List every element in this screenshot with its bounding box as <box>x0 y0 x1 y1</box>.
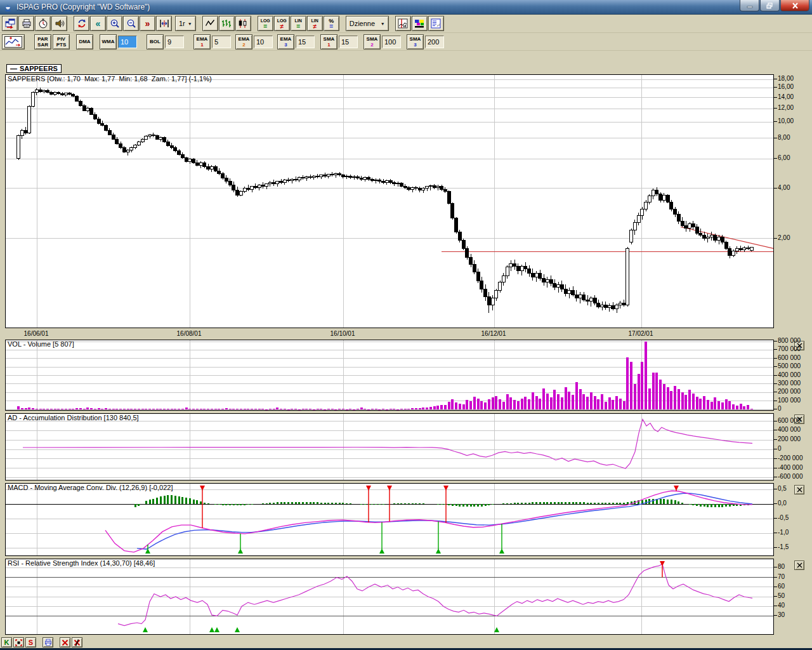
region-select-button[interactable] <box>13 637 24 647</box>
colors-settings-button[interactable] <box>412 16 428 31</box>
volume-panel-header: VOL - Volume [5 807] <box>8 340 74 348</box>
sma-3-label: SMA <box>410 36 421 42</box>
k-tool-button[interactable]: K <box>1 637 12 647</box>
print-button[interactable] <box>18 16 34 31</box>
refresh-icon <box>77 18 87 29</box>
percent-scale-button[interactable]: % = <box>324 16 339 31</box>
log-scale-equal-button[interactable]: LOG = <box>258 16 273 31</box>
sma-2-button[interactable]: SMA2 <box>363 34 381 50</box>
wma-period-input[interactable] <box>118 36 137 48</box>
new-chart-window-button[interactable] <box>2 16 18 31</box>
rsi-plot[interactable] <box>6 559 773 634</box>
chevron-down-icon: ▼ <box>381 22 385 26</box>
y-axis-tick-label: 60 <box>778 583 785 590</box>
bol-label: BOL <box>150 39 160 44</box>
scroll-left-button[interactable]: « <box>90 16 106 31</box>
delete-all-icon <box>74 639 81 646</box>
y-axis-tick-label: 4,00 <box>778 185 790 191</box>
line-chart-button[interactable] <box>202 16 218 31</box>
interval-dropdown[interactable]: Dzienne ▼ <box>346 16 389 31</box>
zoom-out-button[interactable] <box>123 16 139 31</box>
restore-button[interactable] <box>760 0 780 11</box>
s-tool-button[interactable]: S <box>25 637 36 647</box>
report-view-button[interactable] <box>428 16 444 31</box>
ad-plot[interactable] <box>6 414 773 480</box>
price-chart-plot[interactable] <box>6 75 773 328</box>
application-window: { "window": { "title": "ISPAG PRO (Copyr… <box>0 0 812 650</box>
selection-frame-icon <box>15 639 22 646</box>
y-axis-tick <box>774 79 777 79</box>
series-legend-tab[interactable]: — SAPPEERS <box>6 64 62 73</box>
range-dropdown[interactable]: 1r ▼ <box>175 16 196 31</box>
line-chart-icon <box>205 18 215 29</box>
zoom-in-icon <box>110 18 120 29</box>
dma-button[interactable]: DMA <box>76 34 93 50</box>
scroll-right-button[interactable]: » <box>140 16 155 31</box>
y-axis-tick <box>774 439 777 440</box>
timer-button[interactable] <box>35 16 51 31</box>
indicator-settings-button[interactable] <box>395 16 411 31</box>
refresh-button[interactable] <box>74 16 89 31</box>
title-bar: ISPAG PRO (Copyright "WD Software") <box>0 0 812 15</box>
indicator-buttons-group: PARSARPIVPTSDMAWMABOLEMA1EMA2EMA3SMA1SMA… <box>34 34 444 50</box>
y-axis-tick <box>774 421 777 421</box>
y-axis-tick <box>774 615 777 616</box>
sma-2-label: SMA <box>367 36 378 42</box>
volume-plot[interactable] <box>6 340 773 410</box>
sma-2-period-input[interactable] <box>382 36 401 48</box>
macd-plot[interactable] <box>6 484 773 555</box>
piv-pts-label: PIV <box>57 36 65 42</box>
sound-button[interactable] <box>51 16 67 31</box>
ema-1-period-input[interactable] <box>212 36 231 48</box>
delete-x-icon <box>62 639 69 646</box>
sma-3-period-input[interactable] <box>425 36 444 48</box>
lin-scale-notequal-button[interactable]: LIN ≠ <box>307 16 323 31</box>
y-axis-tick-label: 500 000 <box>778 363 801 369</box>
y-axis-tick <box>774 477 777 477</box>
delete-object-button[interactable] <box>60 637 70 647</box>
y-axis-tick-label: 10,00 <box>778 118 794 124</box>
par-sar-button[interactable]: PARSAR <box>34 34 51 50</box>
ohlc-chart-button[interactable] <box>219 16 235 31</box>
ema-2-button[interactable]: EMA2 <box>235 34 252 50</box>
ema-3-period-input[interactable] <box>296 36 315 48</box>
printer-icon <box>44 639 52 646</box>
y-axis-tick <box>774 401 777 401</box>
wma-button[interactable]: WMA <box>100 34 117 50</box>
y-axis-tick-label: -1,5 <box>778 544 789 550</box>
minimize-button[interactable] <box>740 0 759 11</box>
y-axis-tick <box>774 577 777 578</box>
delete-all-objects-button[interactable] <box>72 637 82 647</box>
bol-button[interactable]: BOL <box>147 34 164 50</box>
ema-3-button[interactable]: EMA3 <box>277 34 294 50</box>
chevron-down-icon: ▼ <box>188 22 192 26</box>
close-rsi-panel-button[interactable] <box>794 560 804 570</box>
bol-period-input[interactable] <box>165 36 184 48</box>
sma-3-button[interactable]: SMA3 <box>407 34 424 50</box>
close-icon <box>792 3 799 9</box>
range-dropdown-label: 1r <box>179 20 185 27</box>
ema-1-button[interactable]: EMA1 <box>193 34 211 50</box>
sma-1-button[interactable]: SMA1 <box>320 34 337 50</box>
indicator-toolbar: PARSARPIVPTSDMAWMABOLEMA1EMA2EMA3SMA1SMA… <box>0 33 812 51</box>
rsi-panel: RSI - Relative Strength Index (14,30,70)… <box>5 559 774 635</box>
lin-scale-equal-button[interactable]: LIN = <box>291 16 306 31</box>
x-axis-date-label: 16/08/01 <box>177 330 202 337</box>
sma-1-period-input[interactable] <box>339 36 358 48</box>
ema-2-label: EMA <box>239 36 250 42</box>
y-axis-tick-label: 100 000 <box>778 397 801 404</box>
java-app-icon <box>3 3 13 12</box>
close-icon <box>797 562 802 568</box>
chart-template-button[interactable] <box>2 34 25 50</box>
zoom-in-button[interactable] <box>107 16 122 31</box>
fit-range-button[interactable] <box>156 16 172 31</box>
piv-pts-button[interactable]: PIVPTS <box>53 34 70 50</box>
close-button[interactable] <box>780 0 809 11</box>
double-right-arrow-icon: » <box>145 19 150 28</box>
print-chart-button[interactable] <box>43 637 53 647</box>
ema-2-period-input[interactable] <box>254 36 273 48</box>
candlestick-chart-button[interactable] <box>235 16 251 31</box>
log-scale-notequal-button[interactable]: LOG ≠ <box>274 16 290 31</box>
close-macd-panel-button[interactable] <box>794 485 804 494</box>
y-axis-tick-label: -200 000 <box>778 455 802 461</box>
